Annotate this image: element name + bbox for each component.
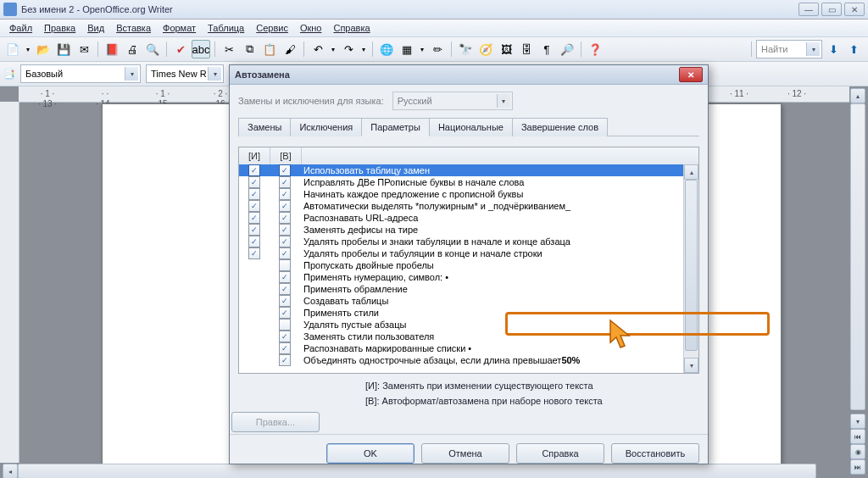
nonprint-icon[interactable]: ¶ xyxy=(537,40,556,58)
font-name-combo[interactable]: Times New R▾ xyxy=(146,64,224,83)
checkbox-t[interactable]: ✓ xyxy=(279,307,291,319)
ok-button[interactable]: OK xyxy=(326,443,415,464)
menu-file[interactable]: Файл xyxy=(3,21,38,35)
menu-edit[interactable]: Правка xyxy=(38,21,81,35)
checkbox-t[interactable]: ✓ xyxy=(279,224,291,236)
checkbox-t[interactable] xyxy=(279,319,291,331)
checkbox-m[interactable]: ✓ xyxy=(248,200,260,212)
checkbox-m[interactable]: ✓ xyxy=(248,212,260,224)
cut-icon[interactable]: ✂ xyxy=(220,40,238,58)
option-row[interactable]: ✓✓Заменять дефисы на тире xyxy=(239,224,684,236)
reset-button[interactable]: Восстановить xyxy=(611,443,699,464)
checkbox-m[interactable]: ✓ xyxy=(248,247,260,259)
next-page-button[interactable]: ⏭ xyxy=(850,459,865,475)
option-row[interactable]: ✓✓Использовать таблицу замен xyxy=(239,164,684,176)
option-row[interactable]: Удалять пустые абзацы xyxy=(239,319,684,331)
checkbox-t[interactable]: ✓ xyxy=(279,236,291,247)
minimize-button[interactable]: — xyxy=(798,3,819,16)
dropdown-icon[interactable]: ▾ xyxy=(418,40,426,58)
spellcheck-icon[interactable]: ✔ xyxy=(171,40,190,58)
datasource-icon[interactable]: 🗄 xyxy=(517,40,536,58)
gallery-icon[interactable]: 🖼 xyxy=(497,40,515,58)
option-row[interactable]: ✓✓Распознавать URL-адреса xyxy=(239,212,684,224)
help-icon[interactable]: ❓ xyxy=(586,40,604,58)
dropdown-icon[interactable]: ▾ xyxy=(24,40,32,58)
checkbox-t[interactable]: ✓ xyxy=(279,164,291,176)
option-row[interactable]: ✓Создавать таблицы xyxy=(239,295,684,307)
navigator-icon[interactable]: 🧭 xyxy=(476,40,495,58)
checkbox-t[interactable]: ✓ xyxy=(279,342,291,354)
scroll-left-button[interactable]: ◂ xyxy=(3,464,18,478)
tab-replace[interactable]: Замены xyxy=(238,118,291,136)
option-row[interactable]: ✓✓Удалять пробелы и знаки табуляции в на… xyxy=(239,236,684,247)
col-header-m[interactable]: [И] xyxy=(239,147,270,164)
open-icon[interactable]: 📂 xyxy=(34,40,53,58)
option-row[interactable]: ✓Распознавать маркированные списки • xyxy=(239,342,684,354)
preview-icon[interactable]: 🔍 xyxy=(143,40,162,58)
menu-help[interactable]: Справка xyxy=(327,21,376,35)
scroll-down-button[interactable]: ▾ xyxy=(850,414,865,429)
vertical-scrollbar[interactable] xyxy=(850,103,865,410)
undo-icon[interactable]: ↶ xyxy=(309,40,327,58)
maximize-button[interactable]: ▭ xyxy=(821,3,842,16)
scroll-up-button[interactable]: ▴ xyxy=(850,88,865,103)
dropdown-icon[interactable]: ▾ xyxy=(359,40,368,58)
scroll-down-icon[interactable]: ▾ xyxy=(684,358,698,373)
new-doc-icon[interactable]: 📄 xyxy=(3,40,22,58)
vertical-ruler[interactable] xyxy=(0,102,19,463)
find-combo[interactable]: Найти▾ xyxy=(756,40,822,58)
scroll-thumb[interactable] xyxy=(685,180,698,351)
paste-icon[interactable]: 📋 xyxy=(260,40,279,58)
find-next-icon[interactable]: ⬇ xyxy=(824,40,843,58)
scroll-up-icon[interactable]: ▴ xyxy=(684,164,698,180)
option-row[interactable]: ✓Заменять стили пользователя xyxy=(239,331,684,342)
checkbox-m[interactable]: ✓ xyxy=(248,164,260,176)
menu-tools[interactable]: Сервис xyxy=(250,21,294,35)
option-row[interactable]: Пропускать двойные пробелы xyxy=(239,259,684,271)
option-row[interactable]: ✓Применять обрамление xyxy=(239,283,684,295)
checkbox-m[interactable]: ✓ xyxy=(248,236,260,247)
redo-icon[interactable]: ↷ xyxy=(339,40,358,58)
option-row[interactable]: ✓✓Исправлять ДВе ПРописные буквы в начал… xyxy=(239,176,684,188)
checkbox-t[interactable]: ✓ xyxy=(279,331,291,342)
checkbox-t[interactable]: ✓ xyxy=(279,176,291,188)
col-header-t[interactable]: [В] xyxy=(270,147,302,164)
tab-wordcompletion[interactable]: Завершение слов xyxy=(512,118,608,136)
menu-view[interactable]: Вид xyxy=(81,21,110,35)
menu-insert[interactable]: Вставка xyxy=(110,21,157,35)
dialog-titlebar[interactable]: Автозамена ✕ xyxy=(230,65,708,85)
paragraph-style-combo[interactable]: Базовый▾ xyxy=(20,64,141,83)
find-prev-icon[interactable]: ⬆ xyxy=(844,40,863,58)
hyperlink-icon[interactable]: 🌐 xyxy=(377,40,396,58)
save-icon[interactable]: 💾 xyxy=(54,40,73,58)
auto-spell-icon[interactable]: abc xyxy=(192,40,210,58)
prev-page-button[interactable]: ⏮ xyxy=(850,429,865,444)
help-button[interactable]: Справка xyxy=(516,443,604,464)
checkbox-t[interactable]: ✓ xyxy=(279,247,291,259)
tab-localized[interactable]: Национальные xyxy=(429,118,513,136)
menu-window[interactable]: Окно xyxy=(294,21,328,35)
option-row[interactable]: ✓Применять стили xyxy=(239,307,684,319)
checkbox-t[interactable]: ✓ xyxy=(279,354,291,366)
zoom-icon[interactable]: 🔎 xyxy=(558,40,576,58)
checkbox-t[interactable]: ✓ xyxy=(279,295,291,307)
tab-exceptions[interactable]: Исключения xyxy=(290,118,362,136)
option-row[interactable]: ✓✓Удалять пробелы и табуляции в конце и … xyxy=(239,247,684,259)
styles-icon[interactable]: 📑 xyxy=(3,69,15,80)
checkbox-t[interactable] xyxy=(279,259,291,271)
email-icon[interactable]: ✉ xyxy=(75,40,93,58)
copy-icon[interactable]: ⧉ xyxy=(240,40,259,58)
table-icon[interactable]: ▦ xyxy=(398,40,416,58)
checkbox-m[interactable]: ✓ xyxy=(248,188,260,200)
menu-table[interactable]: Таблица xyxy=(202,21,250,35)
checkbox-t[interactable]: ✓ xyxy=(279,283,291,295)
checkbox-m[interactable]: ✓ xyxy=(248,176,260,188)
col-header-text[interactable] xyxy=(302,147,698,164)
option-row[interactable]: ✓✓Автоматически выделять *полужирным* и … xyxy=(239,200,684,212)
cancel-button[interactable]: Отмена xyxy=(421,443,509,464)
checkbox-t[interactable]: ✓ xyxy=(279,188,291,200)
checkbox-t[interactable]: ✓ xyxy=(279,200,291,212)
tab-options[interactable]: Параметры xyxy=(361,118,430,136)
option-row[interactable]: ✓✓Начинать каждое предложение с прописно… xyxy=(239,188,684,200)
list-scrollbar[interactable]: ▴ ▾ xyxy=(683,164,698,373)
